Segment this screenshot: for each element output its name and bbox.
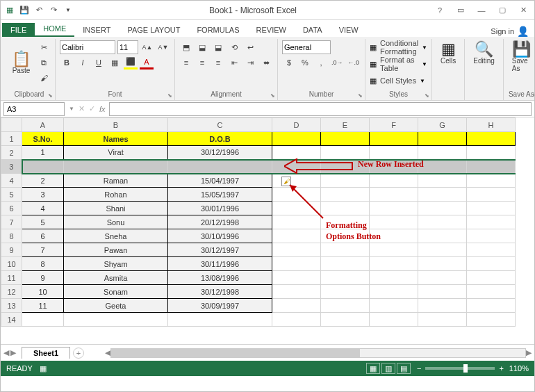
cell[interactable]: 7 <box>22 243 64 257</box>
cell[interactable]: Names <box>64 132 168 146</box>
number-format-select[interactable] <box>282 40 331 54</box>
redo-icon[interactable]: ↷ <box>47 4 60 17</box>
cell[interactable]: 9 <box>22 271 64 285</box>
horizontal-scrollbar[interactable]: ◀ ▶ <box>105 348 532 358</box>
row-header[interactable]: 10 <box>1 257 22 271</box>
row-header[interactable]: 1 <box>1 132 22 146</box>
cell[interactable]: Shyam <box>64 257 168 271</box>
fill-color-button[interactable]: ⬛ <box>124 56 138 70</box>
cancel-icon[interactable]: ✕ <box>79 104 85 113</box>
normal-view-button[interactable]: ▦ <box>366 363 380 374</box>
qat-dropdown-icon[interactable]: ▼ <box>62 4 74 17</box>
ribbon-options-icon[interactable]: ▭ <box>452 3 469 17</box>
cell[interactable]: Geeta <box>64 299 168 313</box>
cell[interactable]: S.No. <box>22 132 64 146</box>
col-header-F[interactable]: F <box>370 118 418 132</box>
increase-decimal-icon[interactable]: .0→ <box>330 56 345 70</box>
percent-icon[interactable]: % <box>298 56 312 70</box>
cut-icon[interactable]: ✂ <box>37 40 51 54</box>
increase-indent-icon[interactable]: ⇥ <box>243 56 257 70</box>
row-header[interactable]: 13 <box>1 299 22 313</box>
cell[interactable]: 30/01/1996 <box>168 202 272 215</box>
cell[interactable]: Shani <box>64 202 168 215</box>
cell[interactable]: 2 <box>22 174 64 188</box>
row-header[interactable]: 5 <box>1 188 22 202</box>
cell[interactable]: 13/08/1996 <box>168 271 272 285</box>
col-header-H[interactable]: H <box>467 118 516 132</box>
editing-button[interactable]: 🔍Editing <box>469 40 499 66</box>
cell[interactable]: 3 <box>22 188 64 202</box>
row-header[interactable]: 4 <box>1 174 22 188</box>
name-box[interactable] <box>3 102 65 116</box>
saveas-button[interactable]: 💾Save As <box>508 40 535 74</box>
sheet-nav-prev-icon[interactable]: ◀ <box>3 348 9 357</box>
minimize-icon[interactable]: — <box>473 3 490 17</box>
border-button[interactable]: ▦ <box>108 56 122 70</box>
align-middle-icon[interactable]: ⬓ <box>195 40 209 54</box>
cell[interactable]: 30/11/1996 <box>168 257 272 271</box>
underline-button[interactable]: U <box>92 56 106 70</box>
paste-button[interactable]: 📋Paste <box>8 50 35 76</box>
align-center-icon[interactable]: ≡ <box>195 56 209 70</box>
col-header-A[interactable]: A <box>22 118 64 132</box>
page-layout-view-button[interactable]: ▥ <box>381 363 395 374</box>
close-icon[interactable]: ✕ <box>515 3 532 17</box>
cell[interactable]: 30/09/1997 <box>168 299 272 313</box>
font-size-select[interactable] <box>117 40 138 54</box>
row-header[interactable]: 3 <box>1 160 22 174</box>
cell[interactable]: 8 <box>22 257 64 271</box>
cell[interactable]: 6 <box>22 229 64 243</box>
sheet-nav-next-icon[interactable]: ▶ <box>10 348 16 357</box>
scroll-left-icon[interactable]: ◀ <box>105 348 110 357</box>
tab-review[interactable]: REVIEW <box>248 23 295 37</box>
cell[interactable]: Rohan <box>64 188 168 202</box>
row-header[interactable]: 2 <box>1 146 22 160</box>
row-header[interactable]: 6 <box>1 202 22 215</box>
italic-button[interactable]: I <box>76 56 90 70</box>
tab-data[interactable]: DATA <box>295 23 331 37</box>
tab-pagelayout[interactable]: PAGE LAYOUT <box>119 23 188 37</box>
col-header-D[interactable]: D <box>272 118 321 132</box>
cell[interactable]: Raman <box>64 174 168 188</box>
decrease-decimal-icon[interactable]: ←.0 <box>347 56 361 70</box>
tab-file[interactable]: FILE <box>2 23 35 37</box>
zoom-in-button[interactable]: + <box>499 364 503 373</box>
maximize-icon[interactable]: ▢ <box>494 3 511 17</box>
cell[interactable]: 10 <box>22 285 64 299</box>
cell[interactable]: 1 <box>22 146 64 160</box>
tab-formulas[interactable]: FORMULAS <box>188 23 247 37</box>
font-color-button[interactable]: A <box>140 56 154 70</box>
cell[interactable]: Asmita <box>64 271 168 285</box>
bold-button[interactable]: B <box>60 56 74 70</box>
cell[interactable]: 15/04/1997 <box>168 174 272 188</box>
row-header[interactable]: 7 <box>1 215 22 229</box>
cells-button[interactable]: ▦Cells <box>436 40 460 66</box>
currency-icon[interactable]: $ <box>282 56 296 70</box>
help-icon[interactable]: ? <box>431 3 448 17</box>
cell[interactable]: Sonam <box>64 285 168 299</box>
cell[interactable]: 11 <box>22 299 64 313</box>
fx-icon[interactable]: fx <box>99 105 106 113</box>
conditional-formatting-button[interactable]: Conditional Formatting <box>379 40 420 54</box>
tab-insert[interactable]: INSERT <box>74 23 119 37</box>
cell[interactable]: D.O.B <box>168 132 272 146</box>
undo-icon[interactable]: ↶ <box>33 4 45 17</box>
cell[interactable]: Sneha <box>64 229 168 243</box>
comma-icon[interactable]: , <box>314 56 328 70</box>
merge-center-icon[interactable]: ⬌ <box>259 56 273 70</box>
row-header[interactable]: 8 <box>1 229 22 243</box>
cell[interactable]: 15/05/1997 <box>168 188 272 202</box>
scroll-right-icon[interactable]: ▶ <box>526 348 532 357</box>
row-header[interactable]: 11 <box>1 271 22 285</box>
add-sheet-button[interactable]: + <box>73 348 84 359</box>
cell[interactable]: 30/12/1996 <box>168 146 272 160</box>
cell[interactable]: 5 <box>22 215 64 229</box>
cell[interactable]: Virat <box>64 146 168 160</box>
cell[interactable]: 4 <box>22 202 64 215</box>
decrease-indent-icon[interactable]: ⇤ <box>227 56 241 70</box>
row-header[interactable]: 12 <box>1 285 22 299</box>
cell[interactable]: Pawan <box>64 243 168 257</box>
row-header[interactable]: 14 <box>1 313 22 327</box>
spreadsheet-grid[interactable]: ABCDEFGH1S.No.NamesD.O.B21Virat30/12/199… <box>1 117 534 344</box>
sign-in[interactable]: Sign in👤 <box>491 26 529 37</box>
